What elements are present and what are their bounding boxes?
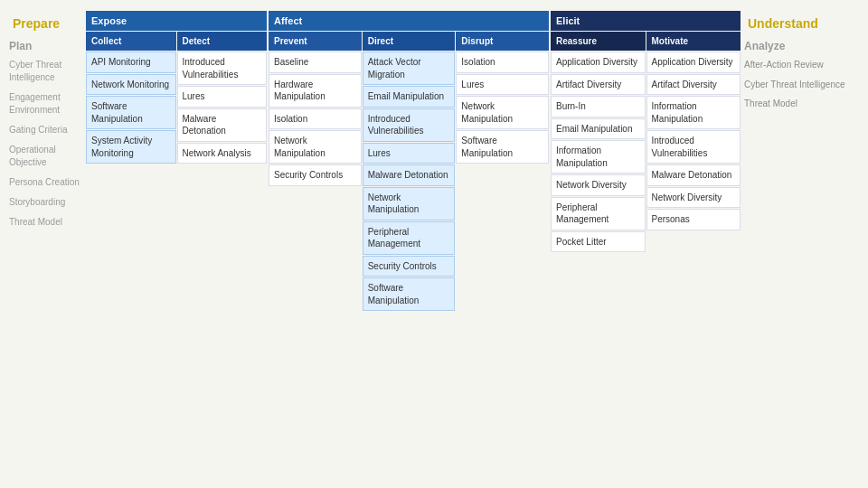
sidebar-item-engagement: Engagement Environment bbox=[7, 89, 84, 121]
direct-item-4: Malware Detonation bbox=[363, 164, 456, 186]
prevent-header: Prevent bbox=[269, 32, 362, 51]
elicit-header: Elicit bbox=[551, 11, 741, 31]
understand-item-1: Cyber Threat Intelligence bbox=[742, 76, 861, 96]
collect-item-0: API Monitoring bbox=[86, 52, 176, 73]
direct-item-6: Peripheral Management bbox=[363, 221, 456, 255]
reassure-header: Reassure bbox=[551, 32, 646, 51]
direct-item-3: Lures bbox=[363, 143, 456, 164]
detect-column: Detect Introduced Vulnerabilities Lures … bbox=[177, 32, 268, 164]
reassure-item-2: Burn-In bbox=[551, 96, 646, 117]
affect-header: Affect bbox=[269, 11, 549, 31]
motivate-item-6: Personas bbox=[646, 209, 741, 230]
reassure-item-1: Artifact Diversity bbox=[551, 74, 646, 96]
prevent-item-3: Network Manipulation bbox=[269, 130, 362, 164]
prepare-title: Prepare bbox=[7, 11, 84, 38]
direct-item-8: Software Manipulation bbox=[363, 277, 456, 311]
detect-header: Detect bbox=[177, 32, 268, 51]
direct-item-7: Security Controls bbox=[363, 256, 456, 277]
disrupt-column: Disrupt Isolation Lures Network Manipula… bbox=[456, 32, 549, 312]
direct-item-2: Introduced Vulnerabilities bbox=[363, 108, 456, 142]
disrupt-header: Disrupt bbox=[456, 32, 549, 51]
direct-header: Direct bbox=[363, 32, 456, 51]
direct-item-1: Email Manipulation bbox=[363, 86, 456, 108]
motivate-item-3: Introduced Vulnerabilities bbox=[646, 130, 741, 164]
sidebar-item-storyboarding: Storyboarding bbox=[7, 193, 84, 213]
section-elicit: Elicit Reassure Application Diversity Ar… bbox=[551, 11, 741, 312]
sidebar-item-gating: Gating Criteria bbox=[7, 121, 84, 141]
reassure-column: Reassure Application Diversity Artifact … bbox=[551, 32, 646, 253]
detect-item-0: Introduced Vulnerabilities bbox=[177, 52, 268, 85]
disrupt-item-1: Lures bbox=[456, 74, 549, 96]
prevent-item-0: Baseline bbox=[269, 52, 362, 73]
motivate-header: Motivate bbox=[646, 32, 741, 51]
section-expose: Expose Collect API Monitoring Network Mo… bbox=[86, 11, 267, 312]
reassure-item-0: Application Diversity bbox=[551, 52, 646, 73]
direct-item-0: Attack Vector Migration bbox=[363, 52, 456, 85]
motivate-item-1: Artifact Diversity bbox=[646, 74, 741, 96]
expose-columns: Collect API Monitoring Network Monitorin… bbox=[86, 32, 267, 164]
expose-header: Expose bbox=[86, 11, 267, 31]
reassure-item-5: Network Diversity bbox=[551, 174, 646, 196]
reassure-item-4: Information Manipulation bbox=[551, 140, 646, 174]
understand-item-0: After-Action Review bbox=[742, 56, 861, 76]
sidebar-item-persona: Persona Creation bbox=[7, 174, 84, 193]
reassure-item-6: Peripheral Management bbox=[551, 197, 646, 230]
prevent-item-4: Security Controls bbox=[269, 164, 362, 186]
motivate-item-4: Malware Detonation bbox=[646, 164, 741, 186]
prevent-column: Prevent Baseline Hardware Manipulation I… bbox=[269, 32, 362, 312]
collect-item-3: System Activity Monitoring bbox=[86, 130, 176, 164]
disrupt-item-0: Isolation bbox=[456, 52, 549, 73]
affect-columns: Prevent Baseline Hardware Manipulation I… bbox=[269, 32, 549, 312]
detect-item-2: Malware Detonation bbox=[177, 108, 268, 142]
direct-column: Direct Attack Vector Migration Email Man… bbox=[363, 32, 456, 312]
collect-header: Collect bbox=[86, 32, 176, 51]
disrupt-item-3: Software Manipulation bbox=[456, 130, 549, 164]
detect-item-3: Network Analysis bbox=[177, 143, 268, 164]
motivate-item-5: Network Diversity bbox=[646, 187, 741, 209]
section-affect: Affect Prevent Baseline Hardware Manipul… bbox=[269, 11, 549, 312]
sidebar-item-cyber-threat: Cyber Threat Intelligence bbox=[7, 56, 84, 89]
motivate-item-2: Information Manipulation bbox=[646, 96, 741, 129]
detect-item-1: Lures bbox=[177, 86, 268, 108]
understand-item-2: Threat Model bbox=[742, 95, 861, 115]
collect-item-2: Software Manipulation bbox=[86, 96, 176, 129]
disrupt-item-2: Network Manipulation bbox=[456, 96, 549, 129]
elicit-columns: Reassure Application Diversity Artifact … bbox=[551, 32, 741, 253]
sidebar-item-operational: Operational Objective bbox=[7, 141, 84, 174]
section-understand: Understand Analyze After-Action Review C… bbox=[742, 11, 861, 312]
prevent-item-2: Isolation bbox=[269, 108, 362, 130]
direct-item-5: Network Manipulation bbox=[363, 187, 456, 221]
prevent-item-1: Hardware Manipulation bbox=[269, 74, 362, 108]
motivate-column: Motivate Application Diversity Artifact … bbox=[646, 32, 741, 253]
plan-title: Plan bbox=[7, 38, 84, 56]
reassure-item-7: Pocket Litter bbox=[551, 231, 646, 253]
collect-item-1: Network Monitoring bbox=[86, 74, 176, 96]
section-prepare: Prepare Plan Cyber Threat Intelligence E… bbox=[7, 11, 84, 312]
reassure-item-3: Email Manipulation bbox=[551, 118, 646, 140]
understand-title: Understand bbox=[742, 11, 861, 38]
analyze-title: Analyze bbox=[742, 38, 861, 56]
collect-column: Collect API Monitoring Network Monitorin… bbox=[86, 32, 176, 164]
main-layout: Prepare Plan Cyber Threat Intelligence E… bbox=[0, 0, 868, 323]
sidebar-item-threat-model: Threat Model bbox=[7, 213, 84, 233]
motivate-item-0: Application Diversity bbox=[646, 52, 741, 73]
